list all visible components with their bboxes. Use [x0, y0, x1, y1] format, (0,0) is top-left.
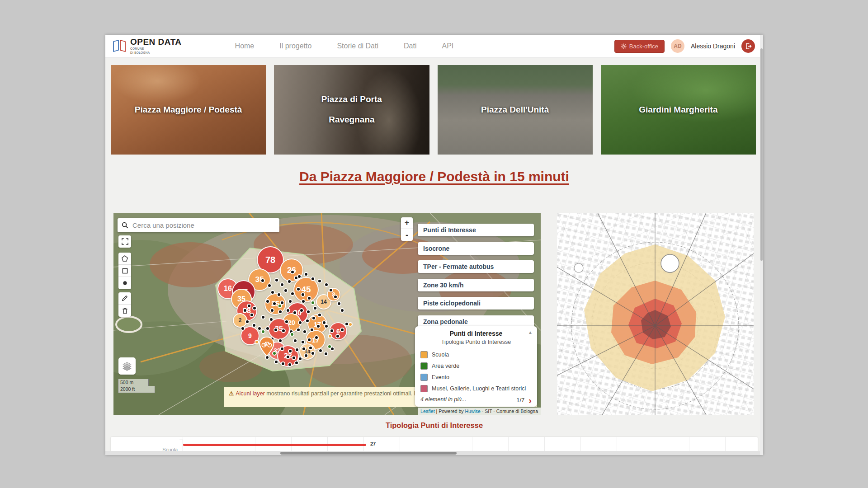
poi-dot-black[interactable] — [308, 346, 313, 350]
logout-button[interactable] — [741, 39, 755, 53]
legend-next-page-chevron[interactable]: › — [528, 397, 532, 404]
poi-dot-black[interactable] — [337, 301, 341, 306]
poi-dot-black[interactable] — [318, 348, 323, 353]
poi-dot-black[interactable] — [260, 278, 265, 283]
poi-dot-black[interactable] — [316, 324, 321, 328]
edit-layers-button[interactable] — [118, 292, 131, 305]
search-input[interactable] — [132, 221, 275, 230]
poi-dot-black[interactable] — [280, 347, 284, 351]
poi-dot-orange[interactable] — [348, 322, 353, 327]
poi-dot-black[interactable] — [313, 306, 317, 310]
poi-dot-orange[interactable] — [255, 340, 259, 344]
poi-dot-black[interactable] — [333, 295, 338, 299]
poi-dot-black[interactable] — [270, 290, 275, 295]
layer-button-tper-fermate-autobus[interactable]: TPer - Fermate autobus — [418, 260, 534, 273]
nav-link-home[interactable]: Home — [235, 42, 255, 50]
poi-dot-black[interactable] — [292, 356, 296, 360]
bike-station-marker[interactable] — [259, 337, 274, 358]
draw-polygon-button[interactable] — [118, 253, 131, 265]
poi-dot-black[interactable] — [288, 299, 292, 304]
poi-dot-black[interactable] — [287, 279, 292, 284]
poi-dot-black[interactable] — [296, 328, 301, 332]
poi-dot-green[interactable] — [327, 344, 332, 349]
poi-dot-black[interactable] — [274, 328, 278, 332]
poi-dot-black[interactable] — [245, 319, 250, 324]
poi-dot-black[interactable] — [301, 292, 305, 297]
poi-dot-black[interactable] — [280, 282, 284, 287]
poi-dot-black[interactable] — [304, 353, 308, 358]
poi-dot-orange[interactable] — [328, 334, 332, 338]
poi-dot-black[interactable] — [295, 347, 299, 352]
poi-dot-black[interactable] — [298, 357, 302, 361]
poi-dot-black[interactable] — [307, 338, 311, 342]
poi-dot-black[interactable] — [307, 296, 311, 300]
poi-dot-black[interactable] — [296, 287, 301, 291]
nav-link-api[interactable]: API — [442, 42, 453, 50]
poi-dot-black[interactable] — [311, 351, 315, 356]
nav-link-dati[interactable]: Dati — [404, 42, 416, 50]
nav-link-il-progetto[interactable]: Il progetto — [279, 42, 311, 50]
hero-card-4[interactable]: Giardini Margherita — [601, 65, 756, 155]
huwise-link[interactable]: Huwise — [465, 408, 481, 414]
poi-dot-black[interactable] — [278, 310, 283, 314]
poi-dot-black[interactable] — [290, 270, 295, 274]
poi-dot-black[interactable] — [269, 317, 274, 322]
poi-dot-black[interactable] — [290, 291, 295, 296]
zoom-out-button[interactable]: - — [401, 229, 413, 241]
poi-dot-black[interactable] — [288, 349, 292, 353]
poi-dot-black[interactable] — [288, 362, 292, 367]
poi-dot-black[interactable] — [293, 338, 297, 343]
poi-dot-black[interactable] — [324, 282, 329, 287]
poi-dot-black[interactable] — [340, 308, 344, 313]
legend-collapse-icon[interactable]: ▲ — [528, 330, 533, 335]
hero-card-1[interactable]: Piazza Maggiore / Podestà — [111, 65, 266, 155]
zoom-in-button[interactable]: + — [401, 217, 413, 229]
poi-dot-black[interactable] — [267, 283, 272, 288]
poi-dot-black[interactable] — [297, 274, 302, 279]
poi-dot-black[interactable] — [250, 313, 254, 317]
poi-dot-black[interactable] — [261, 315, 265, 319]
draw-rectangle-button[interactable] — [118, 265, 131, 277]
poi-dot-black[interactable] — [304, 272, 308, 277]
layer-button-isocrone[interactable]: Isocrone — [418, 242, 534, 255]
poi-dot-black[interactable] — [281, 361, 285, 366]
poi-dot-black[interactable] — [252, 323, 256, 328]
poi-dot-black[interactable] — [272, 301, 277, 306]
leaflet-map[interactable]: 1678263596453535148382302017693517322214… — [113, 213, 541, 415]
layer-button-piste-ciclopedonali[interactable]: Piste ciclopedonali — [418, 297, 534, 310]
leaflet-link[interactable]: Leaflet — [420, 408, 435, 414]
poi-dot-green[interactable] — [261, 329, 265, 334]
delete-layers-button[interactable] — [118, 305, 131, 317]
poi-dot-black[interactable] — [302, 347, 306, 351]
site-logo[interactable]: OPEN DATA COMUNEDI BOLOGNA — [113, 38, 182, 54]
poi-dot-black[interactable] — [294, 361, 299, 365]
poi-dot-green[interactable] — [311, 300, 315, 305]
fullscreen-button[interactable] — [118, 235, 131, 248]
poi-dot-black[interactable] — [277, 292, 281, 297]
nav-link-storie-di-dati[interactable]: Storie di Dati — [337, 42, 378, 50]
poi-dot-black[interactable] — [306, 310, 311, 314]
poi-dot-black[interactable] — [286, 355, 290, 359]
poi-dot-black[interactable] — [292, 310, 297, 315]
poi-dot-black[interactable] — [241, 326, 245, 331]
poi-dot-black[interactable] — [301, 340, 305, 344]
poi-dot-black[interactable] — [324, 324, 329, 328]
horizontal-scrollbar-thumb[interactable] — [280, 452, 457, 455]
vertical-scrollbar-thumb[interactable] — [760, 48, 763, 261]
poi-dot-black[interactable] — [340, 328, 344, 332]
hero-card-3[interactable]: Piazza Dell'Unità — [438, 65, 593, 155]
poi-dot-black[interactable] — [299, 308, 304, 313]
poi-dot-black[interactable] — [281, 328, 286, 333]
poi-dot-black[interactable] — [278, 338, 283, 343]
poi-dot-black[interactable] — [274, 278, 279, 282]
back-office-button[interactable]: Back-office — [614, 40, 665, 53]
poi-dot-black[interactable] — [311, 277, 315, 281]
poi-dot-black[interactable] — [317, 279, 322, 283]
poi-dot-black[interactable] — [311, 316, 316, 320]
poi-dot-black[interactable] — [247, 304, 251, 308]
hero-card-2[interactable]: Piazza di Porta Ravegnana — [274, 65, 429, 155]
poi-dot-black[interactable] — [252, 306, 257, 310]
layer-button-zone-30-km-h[interactable]: Zone 30 km/h — [418, 279, 534, 291]
poi-dot-black[interactable] — [243, 308, 247, 313]
poi-dot-black[interactable] — [302, 329, 307, 334]
